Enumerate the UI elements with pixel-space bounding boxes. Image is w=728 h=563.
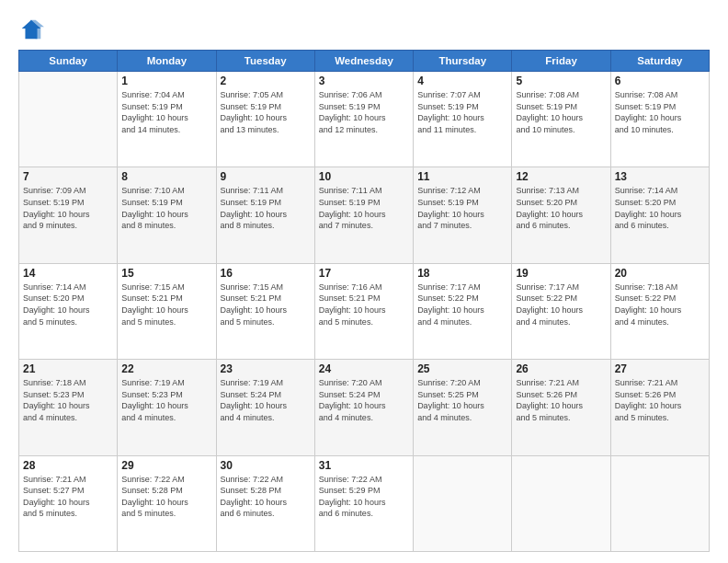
calendar-cell: [19, 72, 118, 167]
day-number: 12: [516, 170, 606, 183]
day-info: Sunrise: 7:20 AM Sunset: 5:24 PM Dayligh…: [319, 377, 409, 423]
calendar-cell: 20Sunrise: 7:18 AM Sunset: 5:22 PM Dayli…: [610, 263, 709, 359]
calendar-day-header: Friday: [512, 51, 610, 72]
calendar-cell: 18Sunrise: 7:17 AM Sunset: 5:22 PM Dayli…: [414, 263, 512, 359]
day-info: Sunrise: 7:04 AM Sunset: 5:19 PM Dayligh…: [121, 89, 211, 135]
day-info: Sunrise: 7:14 AM Sunset: 5:20 PM Dayligh…: [23, 282, 113, 327]
calendar-cell: 25Sunrise: 7:20 AM Sunset: 5:25 PM Dayli…: [414, 360, 512, 455]
day-number: 29: [121, 459, 211, 472]
calendar-day-header: Saturday: [610, 51, 709, 72]
day-info: Sunrise: 7:14 AM Sunset: 5:20 PM Dayligh…: [615, 185, 705, 231]
logo-icon: [18, 17, 44, 42]
day-number: 30: [221, 459, 311, 472]
day-number: 21: [23, 362, 113, 375]
day-number: 18: [417, 267, 507, 280]
calendar-cell: [610, 455, 709, 551]
calendar-week-row: 21Sunrise: 7:18 AM Sunset: 5:23 PM Dayli…: [19, 360, 710, 455]
calendar-cell: 3Sunrise: 7:06 AM Sunset: 5:19 PM Daylig…: [314, 72, 413, 167]
day-info: Sunrise: 7:19 AM Sunset: 5:23 PM Dayligh…: [121, 377, 211, 423]
calendar-cell: 2Sunrise: 7:05 AM Sunset: 5:19 PM Daylig…: [216, 72, 314, 167]
day-number: 17: [319, 267, 409, 280]
day-number: 1: [121, 75, 211, 87]
calendar-day-header: Thursday: [414, 51, 512, 72]
calendar-cell: 27Sunrise: 7:21 AM Sunset: 5:26 PM Dayli…: [610, 360, 709, 455]
calendar-cell: 7Sunrise: 7:09 AM Sunset: 5:19 PM Daylig…: [19, 167, 118, 263]
day-info: Sunrise: 7:12 AM Sunset: 5:19 PM Dayligh…: [417, 185, 507, 231]
calendar-day-header: Tuesday: [216, 51, 314, 72]
calendar-cell: 9Sunrise: 7:11 AM Sunset: 5:19 PM Daylig…: [216, 167, 314, 263]
day-number: 25: [417, 362, 507, 375]
day-number: 6: [615, 75, 705, 87]
calendar-cell: 22Sunrise: 7:19 AM Sunset: 5:23 PM Dayli…: [118, 360, 216, 455]
calendar-cell: 30Sunrise: 7:22 AM Sunset: 5:28 PM Dayli…: [216, 455, 314, 551]
calendar-cell: 24Sunrise: 7:20 AM Sunset: 5:24 PM Dayli…: [314, 360, 413, 455]
day-number: 16: [221, 267, 311, 280]
calendar-day-header: Monday: [118, 51, 216, 72]
calendar-cell: 19Sunrise: 7:17 AM Sunset: 5:22 PM Dayli…: [512, 263, 610, 359]
calendar-cell: 11Sunrise: 7:12 AM Sunset: 5:19 PM Dayli…: [414, 167, 512, 263]
calendar-cell: 6Sunrise: 7:08 AM Sunset: 5:19 PM Daylig…: [610, 72, 709, 167]
day-number: 14: [23, 267, 113, 280]
day-info: Sunrise: 7:05 AM Sunset: 5:19 PM Dayligh…: [221, 89, 311, 135]
day-info: Sunrise: 7:08 AM Sunset: 5:19 PM Dayligh…: [516, 89, 606, 135]
day-info: Sunrise: 7:21 AM Sunset: 5:26 PM Dayligh…: [615, 377, 705, 423]
page: SundayMondayTuesdayWednesdayThursdayFrid…: [0, 0, 728, 563]
calendar-cell: 15Sunrise: 7:15 AM Sunset: 5:21 PM Dayli…: [118, 263, 216, 359]
calendar-header-row: SundayMondayTuesdayWednesdayThursdayFrid…: [19, 51, 710, 72]
day-info: Sunrise: 7:21 AM Sunset: 5:27 PM Dayligh…: [23, 474, 113, 520]
day-number: 20: [615, 267, 705, 280]
calendar-cell: 23Sunrise: 7:19 AM Sunset: 5:24 PM Dayli…: [216, 360, 314, 455]
day-info: Sunrise: 7:17 AM Sunset: 5:22 PM Dayligh…: [516, 282, 606, 327]
calendar-cell: 14Sunrise: 7:14 AM Sunset: 5:20 PM Dayli…: [19, 263, 118, 359]
day-number: 5: [516, 75, 606, 87]
day-number: 3: [319, 75, 409, 87]
calendar-week-row: 28Sunrise: 7:21 AM Sunset: 5:27 PM Dayli…: [19, 455, 710, 551]
day-info: Sunrise: 7:18 AM Sunset: 5:23 PM Dayligh…: [23, 377, 113, 423]
day-info: Sunrise: 7:15 AM Sunset: 5:21 PM Dayligh…: [121, 282, 211, 327]
calendar-cell: 10Sunrise: 7:11 AM Sunset: 5:19 PM Dayli…: [314, 167, 413, 263]
calendar-day-header: Sunday: [19, 51, 118, 72]
day-number: 7: [23, 170, 113, 183]
day-info: Sunrise: 7:08 AM Sunset: 5:19 PM Dayligh…: [615, 89, 705, 135]
header: [18, 17, 710, 42]
day-info: Sunrise: 7:07 AM Sunset: 5:19 PM Dayligh…: [417, 89, 507, 135]
day-number: 28: [23, 459, 113, 472]
calendar-cell: 17Sunrise: 7:16 AM Sunset: 5:21 PM Dayli…: [314, 263, 413, 359]
day-number: 19: [516, 267, 606, 280]
calendar-week-row: 7Sunrise: 7:09 AM Sunset: 5:19 PM Daylig…: [19, 167, 710, 263]
calendar-cell: 4Sunrise: 7:07 AM Sunset: 5:19 PM Daylig…: [414, 72, 512, 167]
calendar-week-row: 1Sunrise: 7:04 AM Sunset: 5:19 PM Daylig…: [19, 72, 710, 167]
calendar-cell: 29Sunrise: 7:22 AM Sunset: 5:28 PM Dayli…: [118, 455, 216, 551]
day-info: Sunrise: 7:16 AM Sunset: 5:21 PM Dayligh…: [319, 282, 409, 327]
calendar-cell: 8Sunrise: 7:10 AM Sunset: 5:19 PM Daylig…: [118, 167, 216, 263]
day-info: Sunrise: 7:11 AM Sunset: 5:19 PM Dayligh…: [221, 185, 311, 231]
day-number: 27: [615, 362, 705, 375]
day-info: Sunrise: 7:06 AM Sunset: 5:19 PM Dayligh…: [319, 89, 409, 135]
day-number: 13: [615, 170, 705, 183]
day-number: 24: [319, 362, 409, 375]
day-info: Sunrise: 7:20 AM Sunset: 5:25 PM Dayligh…: [417, 377, 507, 423]
calendar-week-row: 14Sunrise: 7:14 AM Sunset: 5:20 PM Dayli…: [19, 263, 710, 359]
calendar-cell: 5Sunrise: 7:08 AM Sunset: 5:19 PM Daylig…: [512, 72, 610, 167]
day-number: 31: [319, 459, 409, 472]
calendar-cell: [414, 455, 512, 551]
day-number: 10: [319, 170, 409, 183]
day-number: 4: [417, 75, 507, 87]
day-number: 2: [221, 75, 311, 87]
day-info: Sunrise: 7:11 AM Sunset: 5:19 PM Dayligh…: [319, 185, 409, 231]
day-info: Sunrise: 7:13 AM Sunset: 5:20 PM Dayligh…: [516, 185, 606, 231]
calendar-cell: 1Sunrise: 7:04 AM Sunset: 5:19 PM Daylig…: [118, 72, 216, 167]
day-info: Sunrise: 7:21 AM Sunset: 5:26 PM Dayligh…: [516, 377, 606, 423]
calendar-cell: 26Sunrise: 7:21 AM Sunset: 5:26 PM Dayli…: [512, 360, 610, 455]
calendar-cell: 16Sunrise: 7:15 AM Sunset: 5:21 PM Dayli…: [216, 263, 314, 359]
calendar-cell: 12Sunrise: 7:13 AM Sunset: 5:20 PM Dayli…: [512, 167, 610, 263]
day-number: 23: [221, 362, 311, 375]
day-info: Sunrise: 7:22 AM Sunset: 5:29 PM Dayligh…: [319, 474, 409, 520]
logo: [18, 17, 48, 42]
calendar-cell: 28Sunrise: 7:21 AM Sunset: 5:27 PM Dayli…: [19, 455, 118, 551]
calendar-day-header: Wednesday: [314, 51, 413, 72]
calendar-cell: 21Sunrise: 7:18 AM Sunset: 5:23 PM Dayli…: [19, 360, 118, 455]
calendar-cell: 13Sunrise: 7:14 AM Sunset: 5:20 PM Dayli…: [610, 167, 709, 263]
day-number: 26: [516, 362, 606, 375]
day-info: Sunrise: 7:15 AM Sunset: 5:21 PM Dayligh…: [221, 282, 311, 327]
